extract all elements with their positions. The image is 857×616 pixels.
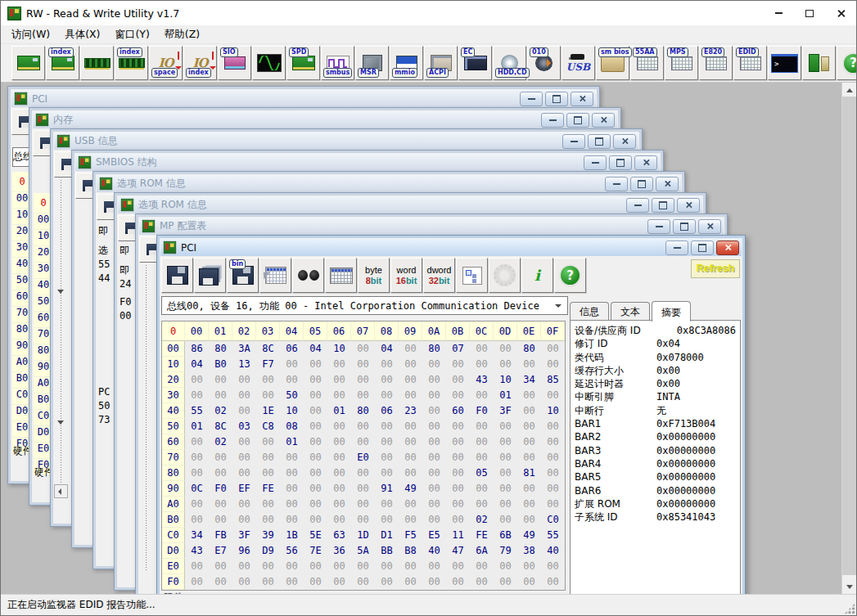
dword-view-button[interactable]: dword32bit: [423, 258, 455, 293]
hex-cell[interactable]: 00: [375, 512, 399, 528]
hex-cell[interactable]: 00: [399, 450, 422, 465]
hex-cell[interactable]: D9: [256, 543, 280, 559]
mdi-window-titlebar[interactable]: 选项 ROM 信息: [97, 175, 681, 192]
smbios-button[interactable]: sm bios: [596, 46, 629, 80]
hex-cell[interactable]: 00: [470, 434, 494, 450]
hex-cell[interactable]: 00: [517, 434, 541, 450]
hex-cell[interactable]: 01: [494, 388, 517, 403]
hex-cell[interactable]: 00: [422, 512, 446, 528]
hex-cell[interactable]: 00: [446, 465, 470, 481]
hex-cell[interactable]: 01: [280, 434, 304, 450]
byte-view-button[interactable]: byte8bit: [358, 258, 390, 293]
menu-item[interactable]: 具体(X): [57, 26, 107, 43]
tab-info[interactable]: 信息: [570, 302, 609, 321]
hex-cell[interactable]: 02: [470, 512, 494, 528]
hex-cell[interactable]: 1D: [351, 528, 375, 543]
minimize-button[interactable]: [647, 219, 670, 234]
pci-button[interactable]: [11, 46, 45, 80]
hex-cell[interactable]: 00: [327, 481, 351, 497]
hex-cell[interactable]: 79: [494, 543, 517, 559]
hex-cell[interactable]: 00: [541, 465, 565, 481]
hex-cell[interactable]: F7: [256, 357, 280, 372]
chip-battery-button[interactable]: [802, 46, 836, 80]
hex-cell[interactable]: 10: [280, 403, 304, 419]
restore-button[interactable]: [630, 177, 653, 191]
restore-button[interactable]: [673, 219, 696, 234]
hex-cell[interactable]: 8C: [209, 419, 232, 434]
hex-cell[interactable]: 00: [280, 512, 304, 528]
minimize-button[interactable]: [562, 134, 585, 149]
hex-cell[interactable]: 00: [256, 450, 280, 465]
hex-cell[interactable]: BB: [375, 543, 399, 559]
hex-cell[interactable]: 00: [232, 434, 256, 450]
hex-cell[interactable]: 34: [517, 372, 541, 388]
clock-generator-button[interactable]: [252, 46, 286, 80]
scrollbar-thumb[interactable]: [842, 97, 856, 575]
hex-cell[interactable]: 00: [517, 512, 541, 528]
info-button[interactable]: i: [521, 258, 553, 293]
restore-button[interactable]: [652, 198, 674, 213]
hex-cell[interactable]: 00: [185, 450, 209, 465]
hex-cell[interactable]: 6A: [470, 543, 494, 559]
hex-cell[interactable]: 00: [375, 357, 399, 372]
hex-cell[interactable]: 63: [327, 528, 351, 543]
hex-cell[interactable]: 38: [517, 543, 541, 559]
hex-cell[interactable]: 00: [327, 388, 351, 403]
hex-cell[interactable]: 00: [422, 357, 446, 372]
close-button[interactable]: [634, 155, 657, 170]
hex-cell[interactable]: 00: [351, 388, 375, 403]
hex-cell[interactable]: 00: [185, 372, 209, 388]
hex-cell[interactable]: 00: [304, 403, 327, 419]
hex-cell[interactable]: 7E: [304, 543, 327, 559]
hex-cell[interactable]: 00: [327, 434, 351, 450]
hex-cell[interactable]: 00: [470, 357, 494, 372]
hex-cell[interactable]: 00: [541, 357, 565, 372]
hex-cell[interactable]: 00: [280, 574, 304, 590]
hex-cell[interactable]: 00: [422, 388, 446, 403]
mdi-window-titlebar[interactable]: PCI: [11, 90, 596, 107]
menu-item[interactable]: 访问(W): [4, 26, 57, 43]
hex-cell[interactable]: 00: [256, 497, 280, 512]
hex-cell[interactable]: 00: [327, 559, 351, 574]
hex-cell[interactable]: 00: [304, 434, 327, 450]
hex-cell[interactable]: 00: [327, 450, 351, 465]
close-button[interactable]: [677, 198, 700, 213]
hex-cell[interactable]: 00: [327, 465, 351, 481]
hex-cell[interactable]: 55: [541, 528, 565, 543]
ec-button[interactable]: EC: [458, 46, 492, 80]
hex-cell[interactable]: 00: [541, 497, 565, 512]
acpi-button[interactable]: ACPI: [424, 46, 458, 80]
chevron-down-icon[interactable]: [57, 290, 64, 294]
hex-cell[interactable]: 6B: [494, 528, 517, 543]
hex-cell[interactable]: 80: [351, 403, 375, 419]
hex-cell[interactable]: 00: [494, 341, 517, 357]
hex-cell[interactable]: 00: [517, 419, 541, 434]
hex-cell[interactable]: 00: [541, 450, 565, 465]
hex-cell[interactable]: 81: [517, 465, 541, 481]
spd-button[interactable]: SPD: [286, 46, 320, 80]
minimize-button[interactable]: [605, 177, 628, 191]
hex-cell[interactable]: 00: [517, 481, 541, 497]
hex-cell[interactable]: 00: [209, 512, 232, 528]
maximize-button[interactable]: [794, 1, 825, 25]
super-io-button[interactable]: SIO: [218, 46, 251, 80]
hex-cell[interactable]: 00: [304, 574, 327, 590]
hex-cell[interactable]: 3F: [232, 528, 256, 543]
restore-button[interactable]: [545, 92, 568, 106]
table-view-button[interactable]: [325, 258, 357, 293]
hex-cell[interactable]: 00: [422, 419, 446, 434]
hex-cell[interactable]: 04: [375, 341, 399, 357]
scroll-down-button[interactable]: [842, 580, 856, 594]
table-e820-button[interactable]: E820: [699, 46, 733, 80]
hex-cell[interactable]: 80: [422, 341, 446, 357]
hex-cell[interactable]: F0: [209, 481, 232, 497]
find-button[interactable]: [292, 258, 324, 293]
hex-cell[interactable]: 00: [446, 450, 470, 465]
hex-cell[interactable]: 00: [422, 434, 446, 450]
hex-cell[interactable]: 00: [304, 372, 327, 388]
hex-cell[interactable]: 00: [446, 372, 470, 388]
hex-cell[interactable]: 00: [446, 434, 470, 450]
hex-cell[interactable]: 34: [185, 528, 209, 543]
hex-cell[interactable]: 00: [327, 372, 351, 388]
refresh-button[interactable]: Refresh: [691, 259, 740, 278]
